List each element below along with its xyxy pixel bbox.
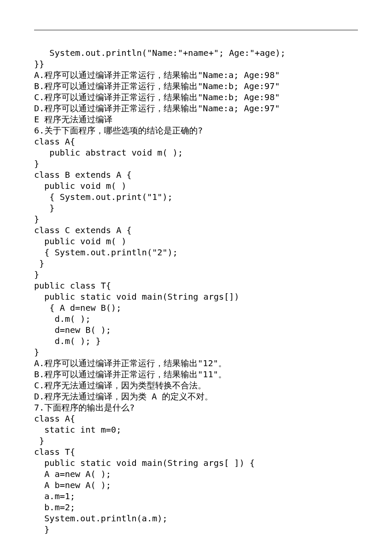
text-line: D.程序无法通过编译，因为类 A 的定义不对。 [34, 391, 358, 402]
text-line: public static void main(String args[]) [34, 291, 358, 302]
text-line: } [34, 435, 358, 446]
top-divider [34, 30, 358, 30]
text-line: { System.out.print("1"); [34, 191, 358, 202]
text-line: { A d=new B(); [34, 302, 358, 313]
text-line: class A{ [34, 413, 358, 424]
text-line: public class T{ [34, 280, 358, 291]
text-line: a.m=1; [34, 491, 358, 502]
text-line: { System.out.println("2"); [34, 247, 358, 258]
text-line: class B extends A { [34, 169, 358, 180]
text-line: C.程序无法通过编译，因为类型转换不合法。 [34, 380, 358, 391]
text-line: b.m=2; [34, 502, 358, 513]
text-line: C.程序可以通过编译并正常运行，结果输出"Name:b; Age:98" [34, 92, 358, 103]
text-line: public void m( ) [34, 180, 358, 191]
text-line: A.程序可以通过编译并正常运行，结果输出"12"。 [34, 358, 358, 369]
text-line: A a=new A( ); [34, 468, 358, 480]
text-line: public abstract void m( ); [34, 147, 358, 158]
text-line: System.out.println("Name:"+name+"; Age:"… [34, 47, 358, 58]
text-line: public static void main(String args[ ]) … [34, 457, 358, 468]
text-line: } [34, 202, 358, 214]
text-line: } [34, 158, 358, 169]
text-line: }} [34, 58, 358, 69]
text-line: static int m=0; [34, 424, 358, 435]
document-page: System.out.println("Name:"+name+"; Age:"… [0, 0, 392, 555]
text-line: 7.下面程序的输出是什么? [34, 402, 358, 413]
text-line: public void m( ) [34, 236, 358, 247]
text-line: A b=new A( ); [34, 480, 358, 491]
text-line: B.程序可以通过编译并正常运行，结果输出"Name:b; Age:97" [34, 81, 358, 92]
text-line: } [34, 214, 358, 225]
text-line: D.程序可以通过编译并正常运行，结果输出"Name:a; Age:97" [34, 103, 358, 114]
text-line: d.m( ); [34, 313, 358, 324]
text-line: } [34, 347, 358, 358]
text-line: } [34, 258, 358, 269]
text-line: E 程序无法通过编译 [34, 114, 358, 125]
text-line: class T{ [34, 446, 358, 457]
text-line: class A{ [34, 136, 358, 147]
text-line: B.程序可以通过编译并正常运行，结果输出"11"。 [34, 369, 358, 380]
text-line: d.m( ); } [34, 335, 358, 347]
document-body: System.out.println("Name:"+name+"; Age:"… [34, 47, 358, 535]
text-line: d=new B( ); [34, 324, 358, 335]
text-line: A.程序可以通过编译并正常运行，结果输出"Name:a; Age:98" [34, 69, 358, 81]
text-line: 6.关于下面程序，哪些选项的结论是正确的? [34, 125, 358, 136]
text-line: } [34, 524, 358, 535]
text-line: System.out.println(a.m); [34, 513, 358, 524]
text-line: class C extends A { [34, 225, 358, 236]
text-line: } [34, 269, 358, 280]
